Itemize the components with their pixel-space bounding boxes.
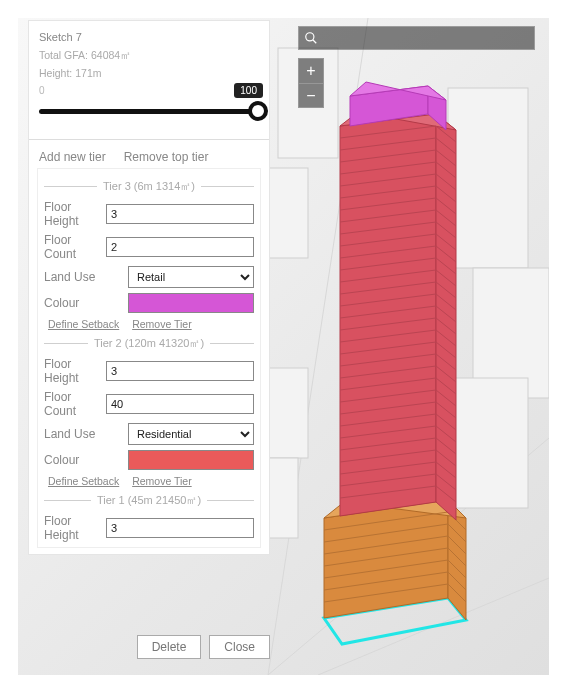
zoom-control: + − bbox=[298, 58, 324, 108]
sketch-gfa: Total GFA: 64084㎡ bbox=[39, 49, 261, 63]
floor-count-label: Floor Count bbox=[44, 233, 106, 261]
svg-line-97 bbox=[313, 40, 317, 44]
add-tier-button[interactable]: Add new tier bbox=[39, 150, 106, 164]
floor-height-input[interactable] bbox=[106, 204, 254, 224]
map-search-bar[interactable] bbox=[298, 26, 535, 50]
floor-height-label: Floor Height bbox=[44, 200, 106, 228]
svg-rect-9 bbox=[268, 168, 308, 258]
svg-point-96 bbox=[306, 33, 314, 41]
floor-height-label: Floor Height bbox=[44, 514, 106, 542]
floor-count-label: Floor Count bbox=[44, 390, 106, 418]
colour-label: Colour bbox=[44, 453, 128, 467]
remove-tier-link[interactable]: Remove Tier bbox=[132, 475, 192, 487]
sketch-panel: Sketch 7 Total GFA: 64084㎡ Height: 171m … bbox=[28, 20, 270, 555]
land-use-select[interactable]: Retail bbox=[128, 266, 254, 288]
slider-track[interactable] bbox=[39, 109, 259, 114]
tier-heading: Tier 3 (6m 1314㎡) bbox=[44, 179, 254, 194]
zoom-in-button[interactable]: + bbox=[299, 59, 323, 83]
land-use-label: Land Use bbox=[44, 427, 128, 441]
tier-heading: Tier 1 (45m 21450㎡) bbox=[44, 493, 254, 508]
floor-height-input[interactable] bbox=[106, 518, 254, 538]
colour-label: Colour bbox=[44, 296, 128, 310]
slider-handle[interactable] bbox=[248, 101, 268, 121]
remove-tier-link[interactable]: Remove Tier bbox=[132, 318, 192, 330]
slider-value-bubble: 100 bbox=[234, 83, 263, 98]
floor-count-input[interactable] bbox=[106, 237, 254, 257]
svg-rect-7 bbox=[268, 458, 298, 538]
floor-height-label: Floor Height bbox=[44, 357, 106, 385]
tier-heading: Tier 2 (120m 41320㎡) bbox=[44, 336, 254, 351]
zoom-out-button[interactable]: − bbox=[299, 83, 323, 107]
land-use-select[interactable]: Residential bbox=[128, 423, 254, 445]
land-use-label: Land Use bbox=[44, 270, 128, 284]
tier-list: Tier 3 (6m 1314㎡) Floor Height Floor Cou… bbox=[37, 168, 261, 548]
sketch-height: Height: 171m bbox=[39, 67, 261, 79]
colour-swatch[interactable] bbox=[128, 293, 254, 313]
floor-count-input[interactable] bbox=[106, 394, 254, 414]
close-button[interactable]: Close bbox=[209, 635, 270, 659]
define-setback-link[interactable]: Define Setback bbox=[48, 475, 119, 487]
delete-button[interactable]: Delete bbox=[137, 635, 202, 659]
tier-block: Tier 1 (45m 21450㎡) Floor Height Floor C… bbox=[44, 493, 254, 548]
search-icon bbox=[299, 26, 323, 50]
svg-rect-3 bbox=[448, 88, 528, 268]
svg-rect-6 bbox=[268, 368, 308, 458]
svg-marker-29 bbox=[436, 114, 456, 520]
define-setback-link[interactable]: Define Setback bbox=[48, 318, 119, 330]
floor-height-input[interactable] bbox=[106, 361, 254, 381]
tier-block: Tier 3 (6m 1314㎡) Floor Height Floor Cou… bbox=[44, 179, 254, 330]
remove-top-tier-button[interactable]: Remove top tier bbox=[124, 150, 209, 164]
slider-min-label: 0 bbox=[39, 85, 45, 96]
sketch-name: Sketch 7 bbox=[39, 31, 261, 43]
opacity-slider[interactable]: 0 100 bbox=[39, 85, 259, 131]
colour-swatch[interactable] bbox=[128, 450, 254, 470]
map-search-input[interactable] bbox=[323, 30, 534, 46]
floor-count-label: Floor Count bbox=[44, 547, 106, 548]
tier-block: Tier 2 (120m 41320㎡) Floor Height Floor … bbox=[44, 336, 254, 487]
svg-marker-11 bbox=[324, 500, 448, 618]
